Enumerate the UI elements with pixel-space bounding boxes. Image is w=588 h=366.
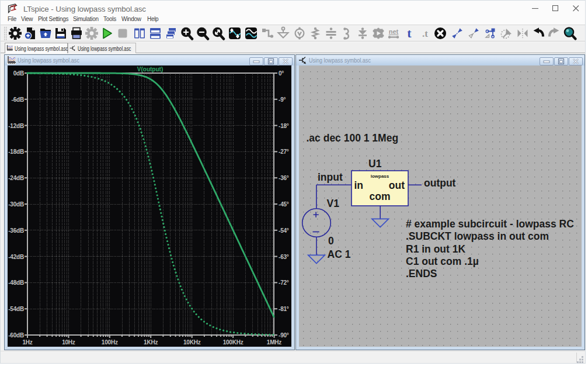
svg-text:-45°: -45° — [279, 201, 289, 208]
svg-text:-27°: -27° — [279, 149, 289, 155]
svg-text:-9°: -9° — [279, 96, 286, 103]
svg-text:.ac dec 100 1 1Meg: .ac dec 100 1 1Meg — [307, 132, 399, 144]
svg-text:0°: 0° — [279, 70, 284, 77]
svg-text:-6dB: -6dB — [12, 96, 24, 103]
svg-text:-36°: -36° — [279, 175, 289, 181]
svg-text:-54dB: -54dB — [8, 306, 24, 312]
svg-text:-54°: -54° — [279, 227, 289, 234]
svg-text:R1 in out 1K: R1 in out 1K — [406, 243, 465, 255]
svg-text:1KHz: 1KHz — [144, 339, 158, 346]
svg-text:-36dB: -36dB — [8, 227, 24, 234]
svg-text:.ENDS: .ENDS — [406, 268, 437, 279]
svg-text:0dB: 0dB — [13, 70, 24, 77]
svg-text:0: 0 — [328, 235, 334, 247]
svg-text:out: out — [389, 179, 405, 191]
svg-text:-72°: -72° — [279, 279, 289, 286]
svg-text:100KHz: 100KHz — [223, 339, 243, 346]
svg-text:-42dB: -42dB — [8, 254, 24, 260]
svg-text:-90°: -90° — [279, 332, 289, 339]
svg-text:.t: .t — [422, 28, 428, 39]
svg-text:output: output — [424, 177, 456, 189]
svg-text:# example subcircuit - lowpass: # example subcircuit - lowpass RC — [406, 218, 574, 230]
svg-text:-81°: -81° — [279, 306, 289, 312]
svg-text:-63°: -63° — [279, 254, 289, 260]
svg-text:lowpass: lowpass — [371, 174, 389, 179]
svg-text:1MHz: 1MHz — [267, 339, 282, 346]
svg-text:t: t — [407, 26, 412, 40]
svg-text:V1: V1 — [327, 198, 340, 209]
svg-text:.SUBCKT lowpass in out com: .SUBCKT lowpass in out com — [406, 230, 549, 242]
svg-text:100Hz: 100Hz — [102, 339, 118, 346]
svg-text:-30dB: -30dB — [8, 201, 24, 208]
svg-text:com: com — [370, 191, 391, 202]
svg-text:-18dB: -18dB — [8, 149, 24, 155]
svg-text:10Hz: 10Hz — [62, 339, 75, 346]
svg-text:C1 out com .1µ: C1 out com .1µ — [406, 255, 479, 267]
svg-text:input: input — [318, 171, 343, 183]
svg-text:-60dB: -60dB — [8, 332, 24, 339]
svg-text:10KHz: 10KHz — [183, 339, 201, 346]
svg-text:-18°: -18° — [279, 123, 289, 129]
svg-text:-48dB: -48dB — [8, 279, 24, 286]
svg-text:in: in — [354, 179, 364, 191]
svg-text:V(output): V(output) — [137, 66, 163, 72]
svg-text:-24dB: -24dB — [8, 175, 24, 181]
svg-text:1Hz: 1Hz — [22, 339, 32, 346]
svg-text:U1: U1 — [368, 158, 382, 170]
svg-text:net: net — [389, 28, 399, 35]
svg-text:-12dB: -12dB — [8, 123, 24, 129]
svg-text:AC 1: AC 1 — [328, 248, 351, 260]
